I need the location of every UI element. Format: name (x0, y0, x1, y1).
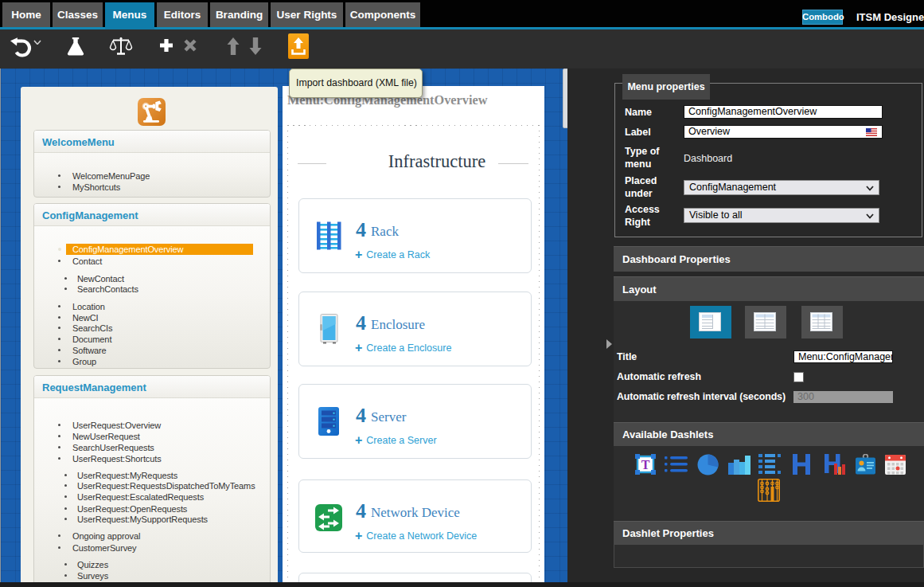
svg-text:T: T (641, 458, 650, 472)
